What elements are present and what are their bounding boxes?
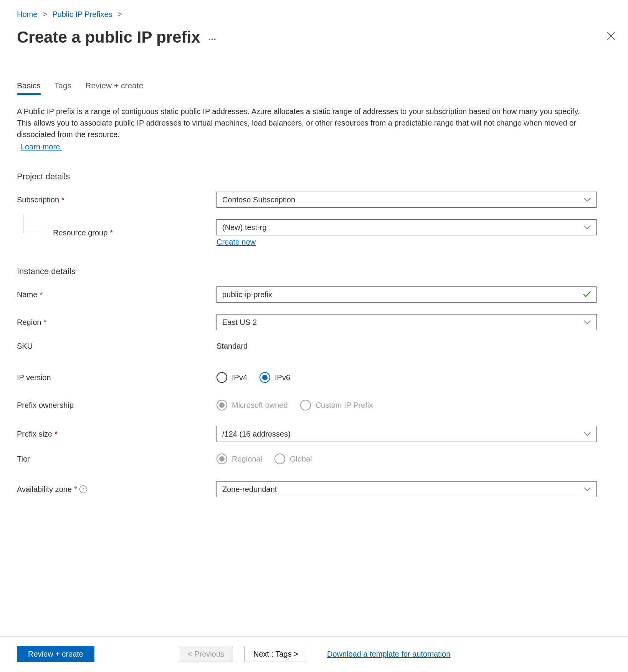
required-indicator: * [43, 318, 46, 327]
required-indicator: * [61, 195, 64, 204]
region-label: Region [17, 318, 41, 327]
create-new-link[interactable]: Create new [216, 238, 256, 247]
breadcrumb-home[interactable]: Home [17, 10, 37, 18]
radio-icon [259, 372, 270, 383]
description-text: A Public IP prefix is a range of contigu… [17, 107, 580, 139]
name-input[interactable]: public-ip-prefix [216, 286, 597, 303]
prefix-size-label: Prefix size [17, 430, 52, 439]
download-template-link[interactable]: Download a template for automation [327, 650, 450, 659]
radio-ipv4[interactable]: IPv4 [216, 372, 247, 383]
prefix-ownership-label: Prefix ownership [17, 401, 74, 410]
radio-label-global: Global [290, 455, 312, 463]
prefix-ownership-radio-group: Microsoft owned Custom IP Prefix [216, 400, 597, 410]
radio-label-ipv4: IPv4 [232, 373, 247, 382]
sku-label: SKU [17, 342, 33, 351]
tab-basics[interactable]: Basics [17, 81, 41, 95]
availability-zone-label: Availability zone [17, 485, 72, 494]
subscription-select[interactable]: Contoso Subscription [216, 192, 597, 208]
region-value: East US 2 [222, 318, 257, 327]
radio-icon [216, 372, 227, 383]
name-value: public-ip-prefix [222, 290, 272, 299]
previous-button: < Previous [179, 646, 233, 662]
subscription-value: Contoso Subscription [222, 195, 295, 204]
radio-global: Global [274, 454, 312, 464]
sku-value: Standard [216, 342, 248, 350]
tier-label: Tier [17, 455, 30, 463]
required-indicator: * [40, 290, 43, 299]
radio-label-microsoft: Microsoft owned [232, 401, 288, 410]
tab-tags[interactable]: Tags [55, 81, 71, 95]
next-button[interactable]: Next : Tags > [245, 646, 307, 662]
prefix-size-select[interactable]: /124 (16 addresses) [216, 426, 597, 442]
region-select[interactable]: East US 2 [216, 314, 597, 330]
prefix-size-value: /124 (16 addresses) [222, 430, 291, 439]
required-indicator: * [74, 485, 77, 494]
footer: Review + create < Previous Next : Tags >… [0, 636, 628, 672]
radio-icon [216, 454, 227, 464]
learn-more-link[interactable]: Learn more. [21, 141, 585, 152]
tabs: Basics Tags Review + create [17, 81, 611, 95]
more-icon[interactable]: … [208, 32, 217, 42]
radio-icon [300, 400, 311, 410]
chevron-down-icon [584, 320, 591, 324]
radio-ipv6[interactable]: IPv6 [259, 372, 290, 383]
radio-microsoft-owned: Microsoft owned [216, 400, 288, 410]
ip-version-label: IP version [17, 373, 51, 382]
close-icon[interactable] [603, 28, 619, 46]
checkmark-icon [583, 289, 591, 300]
radio-regional: Regional [216, 454, 262, 464]
breadcrumb: Home > Public IP Prefixes > [17, 10, 611, 19]
tab-review-create[interactable]: Review + create [85, 81, 143, 95]
description: A Public IP prefix is a range of contigu… [17, 106, 585, 152]
subscription-label: Subscription [17, 195, 59, 204]
radio-label-regional: Regional [232, 455, 262, 463]
chevron-down-icon [584, 198, 591, 202]
radio-icon [274, 454, 285, 464]
radio-label-ipv6: IPv6 [275, 373, 290, 382]
availability-zone-select[interactable]: Zone-redundant [216, 481, 597, 497]
tier-radio-group: Regional Global [216, 454, 597, 464]
required-indicator: * [110, 228, 113, 237]
chevron-right-icon: > [43, 10, 47, 18]
required-indicator: * [55, 430, 58, 439]
chevron-right-icon: > [117, 10, 122, 18]
radio-label-custom: Custom IP Prefix [316, 401, 373, 410]
radio-icon [216, 400, 227, 410]
breadcrumb-public-ip-prefixes[interactable]: Public IP Prefixes [52, 10, 112, 18]
chevron-down-icon [584, 487, 591, 491]
page-title: Create a public IP prefix [17, 28, 200, 46]
resource-group-value: (New) test-rg [222, 223, 267, 232]
indent-line [23, 215, 45, 233]
chevron-down-icon [584, 432, 591, 436]
radio-custom-ip: Custom IP Prefix [300, 400, 373, 410]
resource-group-select[interactable]: (New) test-rg [216, 219, 597, 235]
resource-group-label: Resource group [53, 228, 107, 237]
section-project-details: Project details [17, 172, 611, 182]
ip-version-radio-group: IPv4 IPv6 [216, 372, 597, 383]
availability-zone-value: Zone-redundant [222, 485, 277, 494]
section-instance-details: Instance details [17, 266, 611, 276]
review-create-button[interactable]: Review + create [17, 646, 94, 662]
info-icon[interactable]: i [79, 485, 87, 493]
chevron-down-icon [584, 225, 591, 229]
name-label: Name [17, 290, 37, 299]
